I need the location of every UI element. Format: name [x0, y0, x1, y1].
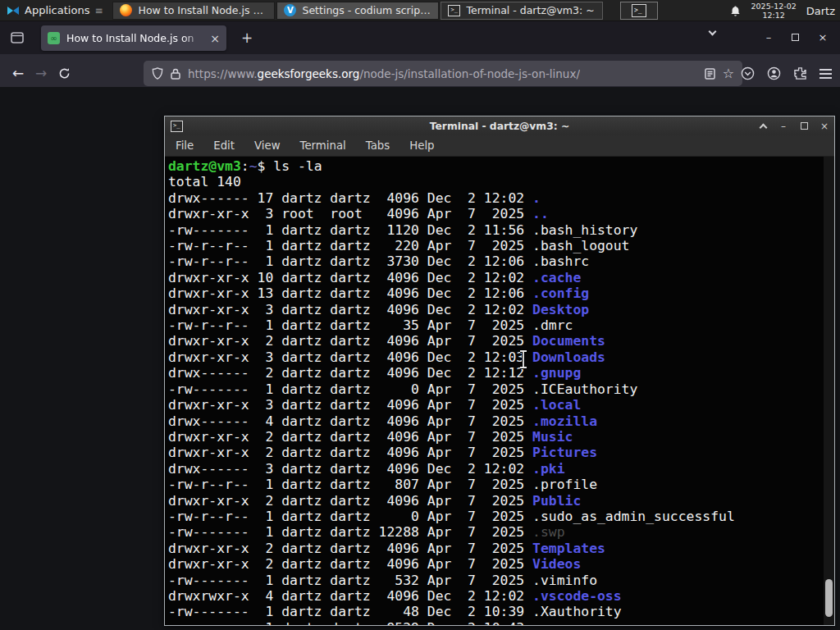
ls-output-row: -rw-r--r-- 1 dartz dartz 807 Apr 7 2025 …: [168, 477, 834, 492]
prompt-user-host: dartz@vm3: [168, 158, 241, 174]
browser-close-button[interactable]: ×: [812, 28, 833, 48]
tab-close-icon[interactable]: ×: [210, 33, 220, 44]
ls-output-row: -rw------- 1 dartz dartz 12288 Apr 7 202…: [168, 524, 834, 540]
prompt-cwd: ~: [249, 158, 258, 174]
ls-output-row: -rw------- 1 dartz dartz 48 Dec 2 10:39 …: [168, 604, 834, 619]
ls-output-row: drwxr-xr-x 3 root root 4096 Apr 7 2025 .…: [168, 206, 834, 221]
list-all-tabs-chevron-icon[interactable]: [709, 28, 717, 36]
maximize-icon: [801, 122, 808, 130]
firefox-view-button[interactable]: [8, 29, 26, 47]
prompt-line: dartz@vm3:~$ ls -la: [168, 158, 834, 174]
clock-time: 12:12: [751, 11, 797, 20]
url-text: https://www.geeksforgeeks.org/node-js/in…: [188, 67, 580, 80]
ls-output-row: drwxr-xr-x 3 dartz dartz 4096 Dec 2 12:0…: [168, 302, 834, 317]
top-panel: Applications ≡ How to Install Node.js o.…: [0, 0, 840, 21]
terminal-scrollbar-thumb[interactable]: [825, 579, 833, 617]
terminal-maximize-button[interactable]: [797, 116, 810, 135]
extensions-puzzle-icon[interactable]: [793, 66, 807, 80]
ls-output-row: drwx------ 3 dartz dartz 4096 Dec 2 12:0…: [168, 461, 834, 477]
url-path: /node-js/installation-of-node-js-on-linu…: [359, 67, 580, 80]
pocket-icon[interactable]: [741, 66, 755, 80]
ls-output-row: drwxr-xr-x 2 dartz dartz 4096 Apr 7 2025…: [168, 556, 834, 572]
browser-minimize-button[interactable]: –: [758, 28, 779, 48]
ls-output-row: drwxr-xr-x 2 dartz dartz 4096 Apr 7 2025…: [168, 333, 834, 349]
terminal-shade-button[interactable]: [756, 116, 769, 135]
terminal-titlebar[interactable]: >_ Terminal - dartz@vm3: ~ – ×: [165, 116, 834, 135]
ls-output-row: -rw------- 1 dartz dartz 0 Apr 7 2025 .I…: [168, 381, 834, 397]
terminal-titlebar-icon: >_: [171, 121, 183, 132]
terminal-mini-icon: >_: [632, 4, 646, 17]
tracking-shield-icon[interactable]: [152, 67, 163, 80]
prompt-command: $ ls -la: [258, 158, 322, 174]
applications-menu-button[interactable]: Applications ≡: [0, 0, 109, 21]
geeksforgeeks-favicon: ∞: [48, 32, 60, 44]
reader-mode-icon[interactable]: [705, 68, 715, 80]
tab-title: How to Install Node.js on: [66, 32, 203, 44]
taskbar-label: Settings - codium script...: [302, 4, 431, 16]
firefox-icon: [120, 4, 132, 16]
system-tray: 2025-12-02 12:12 Dartz: [729, 0, 835, 21]
account-icon[interactable]: [767, 66, 781, 80]
new-tab-button[interactable]: +: [238, 30, 256, 48]
taskbar-button-codium[interactable]: V Settings - codium script...: [276, 2, 439, 20]
maximize-icon: [792, 34, 799, 41]
reload-icon: [58, 67, 71, 80]
ls-output-row: drwx------ 17 dartz dartz 4096 Dec 2 12:…: [168, 190, 834, 206]
url-bar[interactable]: https://www.geeksforgeeks.org/node-js/in…: [144, 61, 742, 86]
browser-tab-bar: ∞ How to Install Node.js on × + – ×: [0, 21, 840, 54]
reload-button[interactable]: [52, 62, 75, 84]
applications-menu-label: Applications: [25, 4, 89, 16]
ls-output-row: -rw-r--r-- 1 dartz dartz 220 Apr 7 2025 …: [168, 238, 834, 253]
ls-output-row: -rw-r--r-- 1 dartz dartz 0 Apr 7 2025 .s…: [168, 509, 834, 524]
text-cursor-pointer: [518, 349, 528, 369]
taskbar-label: How to Install Node.js o...: [138, 4, 267, 16]
ls-output-row: -rw------- 1 dartz dartz 1120 Dec 2 11:5…: [168, 222, 834, 238]
clock[interactable]: 2025-12-02 12:12: [751, 2, 797, 20]
ls-output-row: drwx------ 4 dartz dartz 4096 Apr 7 2025…: [168, 413, 834, 429]
terminal-menu-item[interactable]: Edit: [213, 139, 235, 152]
forward-button[interactable]: →: [30, 62, 52, 84]
app-menu-hamburger-icon[interactable]: [819, 66, 832, 81]
workspace-switcher[interactable]: >_: [620, 2, 658, 20]
terminal-menu-item[interactable]: Terminal: [300, 139, 346, 152]
taskbar-button-terminal[interactable]: >_ Terminal - dartz@vm3: ~: [441, 2, 603, 20]
terminal-window: >_ Terminal - dartz@vm3: ~ – × FileEditV…: [164, 116, 835, 626]
terminal-menu-item[interactable]: File: [176, 139, 194, 152]
back-button[interactable]: ←: [7, 62, 30, 84]
terminal-close-button[interactable]: ×: [818, 116, 831, 135]
ls-output-row: -rw-r--r-- 1 dartz dartz 3730 Dec 2 12:0…: [168, 253, 834, 269]
ls-output-row: drwxr-xr-x 3 dartz dartz 4096 Apr 7 2025…: [168, 397, 834, 413]
ls-output-row: drwxr-xr-x 2 dartz dartz 4096 Apr 7 2025…: [168, 445, 834, 460]
terminal-icon: >_: [448, 5, 460, 16]
url-scheme: https://www.: [188, 67, 258, 80]
ls-output-row: drwx------ 2 dartz dartz 4096 Dec 2 12:1…: [168, 365, 834, 381]
terminal-minimize-button[interactable]: –: [777, 116, 790, 135]
ls-output-row: -rw-rw-r-- 1 dartz dartz 9529 Dec 2 10:4…: [168, 620, 834, 625]
terminal-scrollbar[interactable]: [824, 157, 834, 625]
user-menu[interactable]: Dartz: [806, 5, 835, 17]
taskbar-button-firefox[interactable]: How to Install Node.js o...: [112, 2, 275, 20]
firefox-view-icon: [11, 32, 24, 43]
terminal-menu-item[interactable]: Tabs: [366, 139, 390, 152]
browser-tab-active[interactable]: ∞ How to Install Node.js on ×: [41, 25, 226, 51]
notification-bell-icon[interactable]: [729, 5, 742, 17]
terminal-menubar: FileEditViewTerminalTabsHelp: [165, 135, 834, 157]
ls-output-row: drwxr-xr-x 2 dartz dartz 4096 Apr 7 2025…: [168, 493, 834, 509]
ls-output-row: -rw-r--r-- 1 dartz dartz 35 Apr 7 2025 .…: [168, 317, 834, 333]
lock-icon[interactable]: [171, 68, 180, 80]
codium-icon: V: [284, 4, 296, 16]
terminal-menu-item[interactable]: View: [254, 139, 281, 152]
ls-output-row: drwxr-xr-x 10 dartz dartz 4096 Dec 2 12:…: [168, 270, 834, 285]
bookmark-star-icon[interactable]: ☆: [723, 66, 734, 81]
ls-output-row: drwxr-xr-x 3 dartz dartz 4096 Dec 2 12:0…: [168, 349, 834, 365]
terminal-menu-item[interactable]: Help: [409, 139, 434, 152]
browser-maximize-button[interactable]: [784, 28, 806, 48]
toolbar-right-icons: [741, 61, 832, 86]
terminal-output[interactable]: dartz@vm3:~$ ls -la total 140 drwx------…: [165, 157, 834, 625]
terminal-title: Terminal - dartz@vm3: ~: [165, 121, 834, 132]
ls-output-row: drwxr-xr-x 2 dartz dartz 4096 Apr 7 2025…: [168, 429, 834, 445]
ls-output-row: drwxr-xr-x 2 dartz dartz 4096 Apr 7 2025…: [168, 541, 834, 556]
distro-logo-icon: [7, 4, 20, 17]
desktop: Applications ≡ How to Install Node.js o.…: [0, 0, 840, 630]
clock-date: 2025-12-02: [751, 2, 797, 11]
